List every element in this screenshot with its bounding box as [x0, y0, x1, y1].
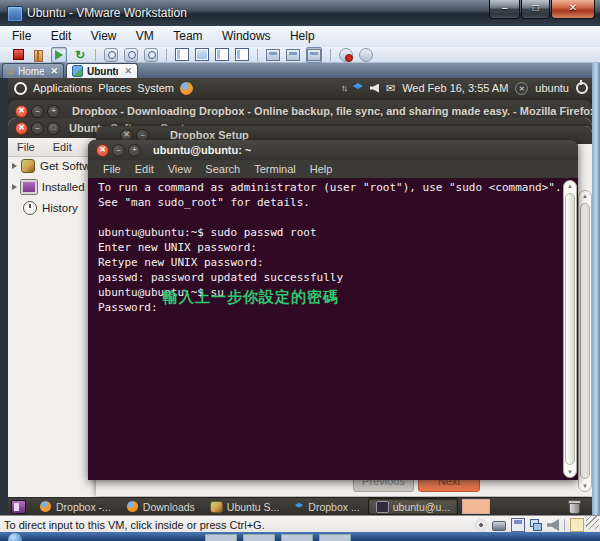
scroll-thumb[interactable] [580, 203, 590, 479]
vmware-toolbar: ↻ [0, 47, 600, 63]
firefox-maximize-icon[interactable]: + [47, 105, 60, 118]
record-button[interactable] [339, 48, 353, 62]
terminal-menu-help[interactable]: Help [303, 163, 340, 175]
sound-device-icon[interactable] [547, 519, 559, 531]
scroll-thumb[interactable] [565, 193, 575, 465]
tab-home-close-icon[interactable]: ✕ [50, 66, 58, 76]
scroll-up-icon[interactable]: ▲ [579, 193, 591, 199]
quick-switch-button[interactable] [195, 48, 209, 62]
summary-view-button[interactable] [286, 48, 300, 62]
dropbox-setup-scrollbar[interactable]: ▲ ▼ [578, 190, 592, 492]
sidebar-item-get-software[interactable]: Get Softwar [10, 156, 96, 176]
terminal-window[interactable]: ✕ – + ubuntu@ubuntu: ~ File Edit View Se… [88, 140, 578, 480]
start-orb-icon[interactable] [8, 533, 22, 541]
menu-windows[interactable]: Windows [214, 26, 279, 46]
expander-icon[interactable] [12, 184, 17, 190]
terminal-close-icon[interactable]: ✕ [96, 144, 109, 157]
show-sidebar-button[interactable] [175, 48, 189, 62]
power-on-button[interactable] [51, 47, 67, 63]
snapshot-take-button[interactable] [104, 48, 118, 62]
divider [564, 519, 565, 531]
get-software-icon [21, 159, 35, 173]
appliance-view-button[interactable] [306, 47, 322, 63]
trash-icon[interactable] [569, 501, 580, 514]
taskbar-item-downloads[interactable]: Downloads [119, 499, 202, 514]
firefox-close-icon[interactable]: ✕ [15, 105, 28, 118]
menu-vm[interactable]: VM [128, 26, 162, 46]
console-view-button[interactable] [266, 48, 280, 62]
menu-edit[interactable]: Edit [43, 26, 80, 46]
fullscreen-button[interactable] [215, 48, 229, 62]
taskbar-item-dropbox-setup[interactable]: Dropbox ... [287, 499, 366, 514]
suspend-button[interactable] [31, 48, 45, 62]
terminal-scrollbar[interactable]: ▲ ▼ [563, 180, 577, 478]
software-center-minimize-icon[interactable]: – [31, 122, 44, 135]
tab-home[interactable]: ⌂ Home ✕ [2, 63, 64, 78]
menu-file[interactable]: File [4, 26, 39, 46]
cdrom-device-icon[interactable] [475, 519, 487, 531]
floppy-device-icon[interactable] [511, 518, 525, 532]
expander-icon[interactable] [12, 163, 17, 169]
menu-help[interactable]: Help [282, 26, 323, 46]
host-taskbar-button[interactable] [243, 534, 275, 541]
replay-button[interactable] [359, 48, 373, 62]
minimize-button[interactable]: – [489, 0, 520, 19]
panel-menu-applications[interactable]: Applications [33, 82, 92, 94]
reset-button[interactable]: ↻ [73, 48, 87, 62]
terminal-menu-file[interactable]: File [96, 163, 128, 175]
ubuntu-logo-icon[interactable] [14, 82, 27, 95]
harddisk-device-icon[interactable] [492, 521, 506, 531]
snapshot-revert-button[interactable] [124, 48, 138, 62]
host-taskbar-button[interactable] [281, 534, 313, 541]
sc-menu-file[interactable]: File [8, 141, 44, 153]
panel-menu-system[interactable]: System [137, 82, 174, 94]
snapshot-manager-button[interactable] [144, 48, 158, 62]
host-taskbar-button[interactable] [205, 534, 237, 541]
network-device-icon[interactable] [530, 519, 542, 531]
network-indicator-icon[interactable]: ↑↓ [341, 83, 346, 93]
show-desktop-icon[interactable] [11, 500, 26, 514]
terminal-minimize-icon[interactable]: – [112, 144, 125, 157]
close-button[interactable]: ✕ [551, 0, 595, 19]
firefox-launcher-icon[interactable] [180, 82, 193, 95]
scroll-up-icon[interactable]: ▲ [564, 183, 576, 189]
sc-menu-edit[interactable]: Edit [44, 141, 81, 153]
power-off-button[interactable] [11, 48, 25, 62]
terminal-maximize-icon[interactable]: + [128, 144, 141, 157]
taskbar-item-terminal[interactable]: ubuntu@u... [368, 498, 458, 515]
scroll-down-icon[interactable]: ▼ [579, 483, 591, 489]
taskbar-item-dropbox-page[interactable]: Dropbox -... [32, 499, 118, 514]
menu-view[interactable]: View [83, 26, 125, 46]
dropbox-tray-icon[interactable] [353, 83, 363, 93]
scroll-down-icon[interactable]: ▼ [564, 469, 576, 475]
volume-icon[interactable] [370, 84, 379, 93]
terminal-output[interactable]: To run a command as administrator (user … [88, 178, 578, 480]
resize-grip[interactable] [586, 516, 599, 529]
terminal-menu-view[interactable]: View [161, 163, 199, 175]
panel-menu-places[interactable]: Places [98, 82, 131, 94]
vm-display[interactable]: Applications Places System ↑↓ ✉ Wed Feb … [8, 78, 592, 515]
power-menu-icon[interactable] [576, 82, 588, 94]
firefox-minimize-icon[interactable]: – [31, 105, 44, 118]
message-log-icon[interactable] [570, 518, 584, 532]
host-taskbar-button[interactable] [319, 534, 351, 541]
terminal-menu-search[interactable]: Search [198, 163, 247, 175]
maximize-button[interactable]: □ [521, 0, 550, 19]
panel-clock[interactable]: Wed Feb 16, 3:55 AM [402, 82, 508, 94]
history-clock-icon [23, 201, 37, 215]
menu-team[interactable]: Team [165, 26, 210, 46]
panel-username[interactable]: ubuntu [535, 82, 569, 94]
terminal-menu-edit[interactable]: Edit [128, 163, 161, 175]
software-center-maximize-icon[interactable]: □ [47, 122, 60, 135]
sidebar-item-history[interactable]: History [10, 198, 96, 218]
taskbar-item-software-center[interactable]: Ubuntu S... [203, 499, 287, 514]
terminal-menu-terminal[interactable]: Terminal [247, 163, 303, 175]
sidebar-item-installed[interactable]: Installed So [10, 177, 96, 197]
messaging-icon[interactable]: ✉ [386, 83, 395, 94]
session-indicator-icon[interactable]: ✕ [515, 82, 528, 95]
unity-mode-button[interactable] [235, 48, 249, 62]
software-center-close-icon[interactable]: ✕ [15, 122, 28, 135]
window-preview-thumbnail[interactable] [462, 499, 490, 514]
tab-ubuntu[interactable]: Ubuntu ✕ [66, 63, 138, 78]
tab-ubuntu-close-icon[interactable]: ✕ [124, 66, 132, 76]
